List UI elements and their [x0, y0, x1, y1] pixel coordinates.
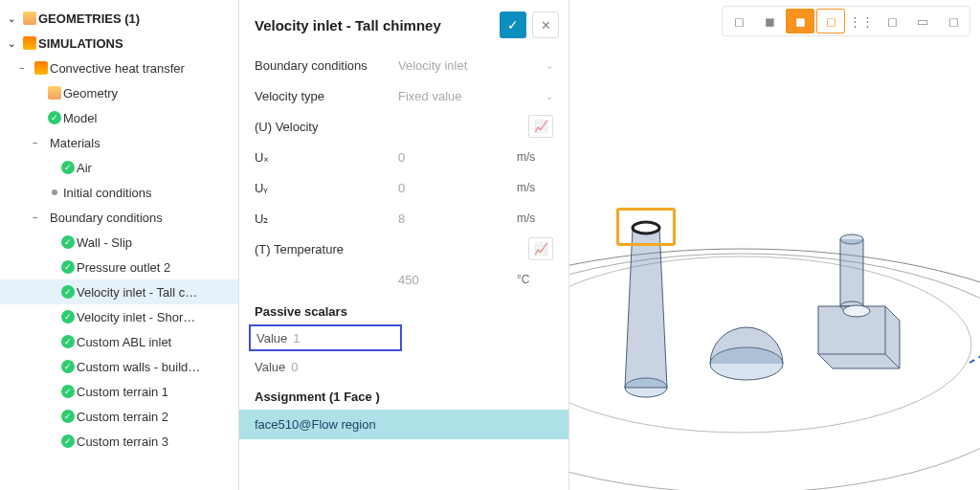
close-button[interactable]: ✕ [532, 11, 559, 38]
assignment-item[interactable]: face510@Flow region [239, 410, 568, 439]
bc-item[interactable]: ✓Custom ABL inlet [0, 329, 238, 354]
confirm-button[interactable]: ✓ [500, 11, 526, 38]
simulation-node[interactable]: − Convective heat transfer [0, 56, 238, 80]
svg-point-8 [843, 305, 870, 317]
selection-highlight [616, 208, 676, 246]
check-icon: ✓ [61, 235, 75, 249]
bc-item[interactable]: ✓Custom terrain 2 [0, 404, 238, 429]
project-tree: ⌄ GEOMETRIES (1) ⌄ SIMULATIONS − Convect… [0, 0, 239, 490]
chart-button[interactable]: 📈 [528, 115, 553, 138]
dot-icon [52, 189, 57, 195]
geometry-icon [48, 86, 61, 100]
check-icon: ✓ [61, 335, 75, 348]
simulations-header[interactable]: ⌄ SIMULATIONS [0, 31, 238, 56]
boundary-conditions-node[interactable]: − Boundary conditions [0, 205, 238, 230]
uy-input[interactable]: 0 [398, 181, 517, 195]
temperature-label: (T) Temperature [255, 242, 398, 256]
chart-button[interactable]: 📈 [528, 237, 553, 260]
materials-node[interactable]: − Materials [0, 130, 238, 155]
geometry-icon [23, 11, 36, 25]
temperature-input[interactable]: 450 [398, 273, 517, 287]
panel-title: Velocity inlet - Tall chimney [255, 17, 494, 33]
check-icon: ✓ [61, 410, 75, 423]
simulations-label: SIMULATIONS [38, 36, 123, 51]
bc-item-selected[interactable]: ✓Velocity inlet - Tall c… [0, 279, 238, 304]
ux-input[interactable]: 0 [398, 150, 517, 165]
assignment-header: Assignment (1 Face ) [255, 390, 553, 404]
chevron-down-icon: ⌄ [536, 91, 553, 101]
viewport[interactable]: ◻ ◼ ◼ ◻ ⋮⋮ ◻ ▭ ◻ [569, 0, 980, 490]
boundary-condition-select[interactable]: Boundary conditions Velocity inlet ⌄ [255, 50, 553, 80]
check-icon: ✓ [48, 111, 61, 124]
check-icon: ✓ [61, 260, 75, 274]
uz-input[interactable]: 8 [398, 212, 517, 226]
ux-row[interactable]: Uₓ 0 m/s [255, 142, 553, 172]
bc-item[interactable]: ✓Custom walls - build… [0, 354, 238, 379]
check-icon: ✓ [61, 310, 75, 323]
passive-scalar-1[interactable]: Value 1 [249, 324, 402, 351]
geometry-node[interactable]: Geometry [0, 80, 238, 105]
uy-row[interactable]: Uᵧ 0 m/s [255, 172, 553, 203]
simulation-icon [23, 36, 36, 50]
bc-item[interactable]: ✓Pressure outlet 2 [0, 255, 238, 279]
chevron-down-icon: ⌄ [536, 60, 553, 71]
bc-item[interactable]: ✓Custom terrain 3 [0, 429, 238, 454]
check-icon: ✓ [61, 434, 75, 448]
model-node[interactable]: ✓ Model [0, 105, 238, 130]
bc-item[interactable]: ✓Wall - Slip [0, 230, 238, 255]
geometries-header[interactable]: ⌄ GEOMETRIES (1) [0, 6, 238, 31]
check-icon: ✓ [61, 285, 75, 299]
air-node[interactable]: ✓ Air [0, 155, 238, 180]
check-icon: ✓ [61, 360, 75, 373]
velocity-label: (U) Velocity [255, 120, 398, 134]
check-icon: ✓ [61, 161, 75, 174]
initial-conditions-node[interactable]: Initial conditions [0, 180, 238, 205]
details-panel: Velocity inlet - Tall chimney ✓ ✕ Bounda… [239, 0, 569, 490]
passive-scalar-0[interactable]: Value 0 [255, 353, 553, 380]
temperature-row[interactable]: 450 °C [255, 264, 553, 295]
passive-scalars-header: Passive scalars [255, 304, 553, 319]
geometries-label: GEOMETRIES (1) [38, 11, 140, 26]
simulation-icon [34, 61, 48, 75]
check-icon: ✓ [61, 385, 75, 398]
bc-item[interactable]: ✓Velocity inlet - Shor… [0, 304, 238, 329]
velocity-type-select[interactable]: Velocity type Fixed value ⌄ [255, 80, 553, 111]
uz-row[interactable]: U₂ 8 m/s [255, 203, 553, 234]
bc-item[interactable]: ✓Custom terrain 1 [0, 379, 238, 404]
